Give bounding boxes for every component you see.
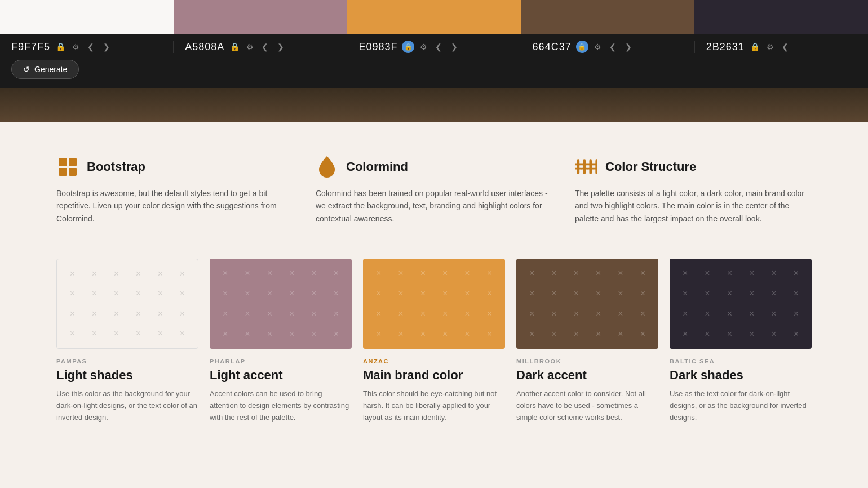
sliders-btn-2[interactable]: ⚙ (419, 41, 428, 52)
color-card-main-brand: ×××××× ×××××× ×××××× ×××××× ANZAC Main b… (363, 259, 505, 423)
generate-label: Generate (34, 65, 67, 74)
svg-rect-9 (595, 159, 597, 174)
swatch-dark-accent: ×××××× ×××××× ×××××× ×××××× (516, 259, 658, 349)
svg-rect-0 (577, 159, 580, 174)
swatch-0 (0, 0, 174, 34)
lock-btn-0[interactable]: 🔒 (55, 41, 67, 52)
swatch-dark-shades: ×××××× ×××××× ×××××× ×××××× (670, 259, 812, 349)
color-desc-light-shades: Use this color as the background for you… (56, 388, 198, 423)
color-desc-main-brand: This color should be eye-catching but no… (363, 388, 505, 423)
next-btn-1[interactable]: ❯ (275, 41, 286, 52)
color-desc-light-accent: Accent colors can be used to bring atten… (210, 388, 352, 423)
color-name-dark-accent: MILLBROOK (516, 358, 658, 365)
bg-image-area (0, 88, 868, 122)
color-code-4: 2B2631 🔒 ⚙ ❮ (695, 41, 868, 53)
next-btn-3[interactable]: ❯ (623, 41, 634, 52)
feature-color-structure-header: Color Structure (575, 156, 812, 178)
swatch-2 (347, 0, 521, 34)
feature-bootstrap-title: Bootstrap (87, 159, 145, 174)
color-code-3: 664C37 🔒 ⚙ ❮ ❯ (521, 41, 695, 53)
swatch-3 (521, 0, 694, 34)
prev-btn-2[interactable]: ❮ (433, 41, 444, 52)
color-code-1: A5808A 🔒 ⚙ ❮ ❯ (174, 41, 347, 53)
color-label-light-accent: Light accent (210, 368, 352, 383)
sliders-btn-4[interactable]: ⚙ (765, 41, 775, 52)
feature-bootstrap-desc: Bootstrap is awesome, but the default st… (56, 187, 293, 225)
color-code-2: E0983F 🔒 ⚙ ❮ ❯ (347, 41, 521, 53)
sliders-btn-1[interactable]: ⚙ (245, 41, 255, 52)
generate-button[interactable]: ↺ Generate (11, 60, 79, 79)
top-bar: F9F7F5 🔒 ⚙ ❮ ❯ A5808A 🔒 ⚙ ❮ ❯ E0983F 🔒 ⚙… (0, 0, 868, 88)
prev-btn-3[interactable]: ❮ (607, 41, 618, 52)
structure-icon (575, 156, 597, 178)
color-codes-row: F9F7F5 🔒 ⚙ ❮ ❯ A5808A 🔒 ⚙ ❮ ❯ E0983F 🔒 ⚙… (0, 34, 868, 55)
prev-btn-0[interactable]: ❮ (85, 41, 96, 52)
feature-bootstrap: Bootstrap Bootstrap is awesome, but the … (56, 156, 293, 225)
color-code-0: F9F7F5 🔒 ⚙ ❮ ❯ (0, 41, 174, 53)
svg-rect-7 (587, 164, 594, 166)
svg-rect-6 (589, 159, 592, 174)
svg-rect-8 (587, 168, 594, 170)
color-card-dark-accent: ×××××× ×××××× ×××××× ×××××× MILLBROOK Da… (516, 259, 658, 423)
prev-btn-1[interactable]: ❮ (259, 41, 271, 52)
color-label-dark-accent: Dark accent (516, 368, 658, 383)
color-desc-dark-shades: Use as the text color for dark-on-light … (670, 388, 812, 423)
sliders-btn-3[interactable]: ⚙ (593, 41, 603, 52)
feature-colormind-title: Colormind (346, 159, 408, 174)
lock-btn-1[interactable]: 🔒 (229, 41, 241, 52)
hex-1: A5808A (185, 41, 224, 53)
feature-color-structure-title: Color Structure (605, 159, 696, 174)
prev-btn-4[interactable]: ❮ (780, 41, 791, 52)
swatch-main-brand: ×××××× ×××××× ×××××× ×××××× (363, 259, 505, 349)
swatch-light-shades: ×××××× ×××××× ×××××× ×××××× (56, 259, 198, 349)
color-label-dark-shades: Dark shades (670, 368, 812, 383)
color-label-main-brand: Main brand color (363, 368, 505, 383)
swatch-1 (174, 0, 347, 34)
feature-colormind-header: Colormind (316, 156, 552, 178)
lock-circle-3: 🔒 (576, 41, 588, 53)
color-card-dark-shades: ×××××× ×××××× ×××××× ×××××× BALTIC SEA D… (670, 259, 812, 423)
feature-colormind-desc: Colormind has been trained on popular re… (316, 187, 552, 225)
color-card-light-shades: ×××××× ×××××× ×××××× ×××××× PAMPAS Light… (56, 259, 198, 423)
svg-rect-1 (575, 164, 582, 166)
feature-color-structure: Color Structure The palette consists of … (575, 156, 812, 225)
sliders-btn-0[interactable]: ⚙ (71, 41, 81, 52)
hex-4: 2B2631 (706, 41, 745, 53)
generate-icon: ↺ (23, 65, 30, 74)
colormind-icon (316, 156, 338, 178)
feature-colormind: Colormind Colormind has been trained on … (316, 156, 552, 225)
color-name-light-accent: PHARLAP (210, 358, 352, 365)
color-name-main-brand: ANZAC (363, 358, 505, 365)
swatch-light-accent: ×××××× ×××××× ×××××× ×××××× (210, 259, 352, 349)
color-cards-row: ×××××× ×××××× ×××××× ×××××× PAMPAS Light… (56, 259, 812, 423)
svg-rect-10 (594, 164, 597, 166)
color-desc-dark-accent: Another accent color to consider. Not al… (516, 388, 658, 423)
svg-rect-4 (581, 164, 588, 166)
color-name-light-shades: PAMPAS (56, 358, 198, 365)
main-content: Bootstrap Bootstrap is awesome, but the … (0, 122, 868, 458)
svg-rect-11 (594, 168, 597, 170)
feature-color-structure-desc: The palette consists of a light color, a… (575, 187, 812, 225)
hex-2: E0983F (358, 41, 397, 53)
lock-circle-2: 🔒 (402, 41, 414, 53)
svg-rect-3 (583, 159, 586, 174)
next-btn-2[interactable]: ❯ (449, 41, 460, 52)
next-btn-0[interactable]: ❯ (101, 41, 112, 52)
lock-btn-4[interactable]: 🔒 (749, 41, 761, 52)
hex-3: 664C37 (533, 41, 572, 53)
svg-rect-5 (581, 168, 588, 170)
color-card-light-accent: ×××××× ×××××× ×××××× ×××××× PHARLAP Ligh… (210, 259, 352, 423)
hex-0: F9F7F5 (11, 41, 50, 53)
color-swatches-row (0, 0, 868, 34)
color-name-dark-shades: BALTIC SEA (670, 358, 812, 365)
swatch-4 (694, 0, 868, 34)
feature-bootstrap-header: Bootstrap (56, 156, 293, 178)
svg-rect-2 (575, 168, 582, 170)
features-row: Bootstrap Bootstrap is awesome, but the … (56, 156, 812, 225)
bootstrap-icon (56, 156, 79, 178)
color-label-light-shades: Light shades (56, 368, 198, 383)
